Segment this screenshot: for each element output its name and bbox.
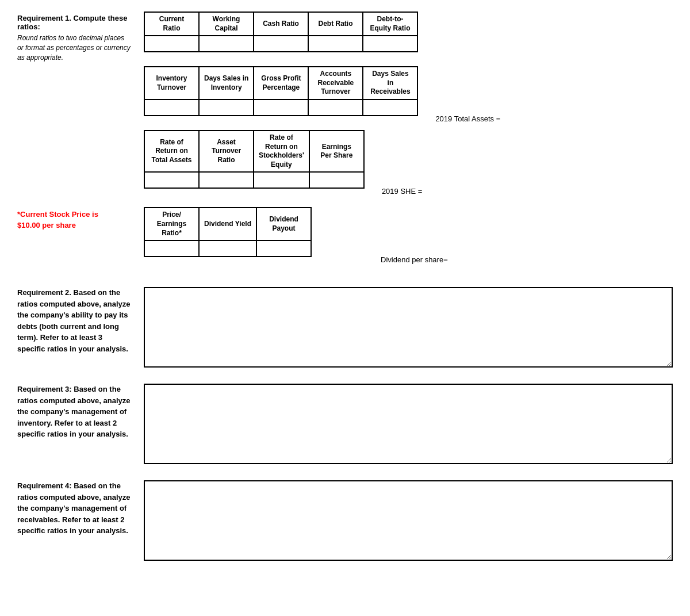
requirement1-section: Requirement 1. Compute these ratios: Rou… (17, 12, 673, 202)
note-total-assets: 2019 Total Assets = (418, 114, 500, 123)
val-dividend-yield[interactable] (199, 240, 256, 257)
table4-block: Price/EarningsRatio* Dividend Yield Divi… (144, 207, 448, 271)
table4-section: *Current Stock Price is $10.00 per share… (17, 207, 673, 271)
th-working-capital: WorkingCapital (199, 12, 254, 36)
val-dividend-payout[interactable] (256, 240, 311, 257)
req1-bold: Requirement 1. Compute these ratios: (17, 14, 132, 31)
th-dividend-payout: DividendPayout (256, 208, 311, 240)
requirement3-row: Requirement 3: Based on the ratios compu… (17, 384, 673, 464)
th-debt-equity: Debt-to-Equity Ratio (363, 12, 417, 36)
th-ror-equity: Rate ofReturn onStockholders'Equity (254, 131, 309, 172)
val-current-ratio[interactable] (144, 36, 199, 52)
val-debt-ratio[interactable] (308, 36, 363, 52)
req1-italic: Round ratios to two decimal places or fo… (17, 33, 132, 62)
th-days-sales-receivables: Days SalesinReceivables (363, 67, 417, 100)
val-pe-ratio[interactable] (144, 240, 199, 257)
requirement2-row: Requirement 2. Based on the ratios compu… (17, 287, 673, 368)
stock-note-label: *Current Stock Price is $10.00 per share (17, 207, 144, 230)
tables-block: CurrentRatio WorkingCapital Cash Ratio D… (144, 12, 500, 202)
req4-label: Requirement 4: Based on the ratios compu… (17, 480, 144, 537)
req2-answer[interactable] (144, 287, 673, 368)
table1-row: CurrentRatio WorkingCapital Cash Ratio D… (144, 12, 500, 59)
th-cash-ratio: Cash Ratio (254, 12, 308, 36)
page-container: Requirement 1. Compute these ratios: Rou… (17, 12, 673, 561)
val-gross-profit[interactable] (254, 100, 308, 116)
requirement4-row: Requirement 4: Based on the ratios compu… (17, 480, 673, 561)
req3-label: Requirement 3: Based on the ratios compu… (17, 384, 144, 440)
val-inventory-turnover[interactable] (144, 100, 199, 116)
table4: Price/EarningsRatio* Dividend Yield Divi… (144, 207, 312, 257)
req1-label: Requirement 1. Compute these ratios: Rou… (17, 12, 144, 62)
val-cash-ratio[interactable] (254, 36, 308, 52)
val-working-capital[interactable] (199, 36, 254, 52)
table3: Rate ofReturn onTotal Assets AssetTurnov… (144, 130, 365, 189)
stock-note-line2: $10.00 per share (17, 221, 76, 229)
val-days-sales-inventory[interactable] (199, 100, 254, 116)
table2-row: InventoryTurnover Days Sales inInventory… (144, 66, 500, 123)
note-dividend: Dividend per share= (312, 255, 448, 264)
val-ror-total-assets[interactable] (144, 172, 199, 188)
th-eps: EarningsPer Share (309, 131, 364, 172)
val-days-sales-receivables[interactable] (363, 100, 417, 116)
req4-answer[interactable] (144, 480, 673, 561)
th-pe-ratio: Price/EarningsRatio* (144, 208, 199, 240)
th-inventory-turnover: InventoryTurnover (144, 67, 199, 100)
th-gross-profit: Gross ProfitPercentage (254, 67, 308, 100)
val-asset-turnover[interactable] (199, 172, 254, 188)
note-she: 2019 SHE = (365, 187, 422, 196)
req3-answer[interactable] (144, 384, 673, 464)
val-ror-equity[interactable] (254, 172, 309, 188)
th-current-ratio: CurrentRatio (144, 12, 199, 36)
stock-note: *Current Stock Price is $10.00 per share (17, 209, 132, 230)
th-asset-turnover: AssetTurnoverRatio (199, 131, 254, 172)
th-dividend-yield: Dividend Yield (199, 208, 256, 240)
table2: InventoryTurnover Days Sales inInventory… (144, 66, 418, 116)
table1: CurrentRatio WorkingCapital Cash Ratio D… (144, 12, 418, 52)
val-debt-equity[interactable] (363, 36, 417, 52)
val-eps[interactable] (309, 172, 364, 188)
req2-label: Requirement 2. Based on the ratios compu… (17, 287, 144, 354)
th-debt-ratio: Debt Ratio (308, 12, 363, 36)
th-days-sales-inventory: Days Sales inInventory (199, 67, 254, 100)
val-ar-turnover[interactable] (308, 100, 363, 116)
th-ar-turnover: AccountsReceivableTurnover (308, 67, 363, 100)
table4-row: Price/EarningsRatio* Dividend Yield Divi… (144, 207, 448, 264)
stock-note-line1: *Current Stock Price is (17, 210, 98, 219)
table3-row: Rate ofReturn onTotal Assets AssetTurnov… (144, 130, 500, 196)
th-ror-total-assets: Rate ofReturn onTotal Assets (144, 131, 199, 172)
